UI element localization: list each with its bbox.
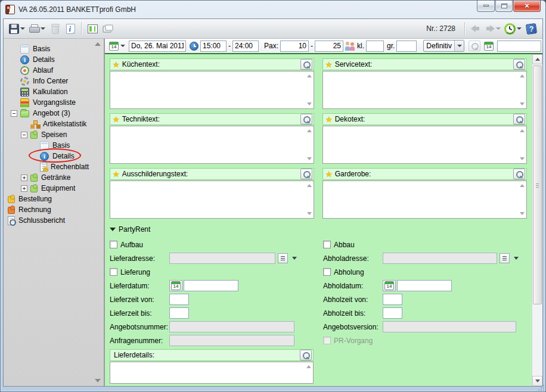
search-button[interactable] [469,41,480,51]
time-from-input[interactable] [200,41,227,52]
lieferadresse-input[interactable] [169,253,275,264]
sidebar-item-getraenke[interactable]: Getränke [4,172,104,183]
address-list-button[interactable] [278,253,288,263]
techniktext-textarea[interactable] [110,126,314,164]
kuechentext-textarea[interactable] [110,71,314,109]
sidebar-item-basis[interactable]: Basis [4,43,104,54]
scroll-down-icon[interactable] [307,102,312,105]
sidebar-item-speisen[interactable]: Speisen [4,129,104,140]
scroll-up-icon[interactable] [520,129,525,132]
scroll-up-icon[interactable] [520,184,525,187]
sidebar-item-artikelstatistik[interactable]: Artikelstatistik [4,119,104,129]
history-button[interactable] [502,21,523,36]
abholzeit-bis-input[interactable] [383,307,402,319]
collapse-icon[interactable] [21,132,27,138]
sidebar-scroll-down-icon[interactable] [95,379,101,382]
status-dropdown-button[interactable] [454,41,464,51]
close-button[interactable]: × [513,1,541,12]
lieferzeit-von-input[interactable] [169,294,189,305]
time-to-input[interactable] [232,41,259,52]
aufbau-checkbox[interactable] [110,241,117,248]
lieferdetails-textarea[interactable] [110,362,314,384]
zoom-text-button[interactable] [513,114,525,125]
address-list-button[interactable] [500,253,510,263]
nav-back-button[interactable] [468,21,483,36]
abbau-checkbox[interactable] [323,241,331,248]
sidebar-item-ablauf[interactable]: Ablauf [4,65,104,76]
ref-calendar-button[interactable]: 14 [482,40,495,52]
sidebar-scroll-up-icon[interactable] [95,42,101,46]
sidebar-item-bestellung[interactable]: Bestellung [4,194,104,204]
ausschilderungstext-textarea[interactable] [110,181,314,219]
abholdatum-input[interactable] [397,280,452,291]
status-select[interactable]: Definitiv [423,40,464,52]
zoom-text-button[interactable] [513,169,525,179]
minimize-button[interactable] [477,1,495,12]
info-button[interactable] [63,21,78,36]
pax-from-input[interactable] [280,41,309,52]
print-button[interactable] [27,21,47,36]
zoom-text-button[interactable] [300,350,312,360]
zoom-text-button[interactable] [300,114,312,125]
kl-input[interactable] [366,41,384,52]
gr-input[interactable] [396,41,417,52]
nav-forward-button[interactable] [483,21,502,36]
sidebar-item-schlussbericht[interactable]: Schlussbericht [4,215,104,226]
scrollbar-thumb[interactable] [533,66,542,304]
event-date-input[interactable] [129,41,186,52]
lieferdatum-input[interactable] [184,280,238,291]
ref-input[interactable] [497,41,541,52]
scroll-up-icon[interactable] [307,74,312,77]
scrollbar-up-button[interactable] [532,54,542,64]
zoom-text-button[interactable] [300,59,312,70]
dekotext-textarea[interactable] [322,126,527,164]
messages-button[interactable] [100,21,116,36]
scroll-up-icon[interactable] [520,74,525,77]
abholadresse-input[interactable] [383,253,497,264]
partyrent-header[interactable]: PartyRent [110,223,527,235]
window-resize-grip[interactable] [537,384,544,391]
pax-to-input[interactable] [315,41,343,52]
zoom-text-button[interactable] [300,169,312,179]
lieferung-checkbox[interactable] [110,268,117,276]
chevron-down-icon[interactable] [514,257,519,260]
sidebar-item-vorgangsliste[interactable]: Vorgangsliste [4,97,104,108]
help-button[interactable] [523,21,539,36]
sidebar-item-info-center[interactable]: Info Center [4,76,104,86]
lieferzeit-bis-input[interactable] [169,307,189,319]
content-scrollbar[interactable] [532,54,542,386]
delete-button[interactable] [47,21,63,36]
maximize-button[interactable] [495,1,513,12]
collapse-icon[interactable] [11,110,17,117]
scroll-down-icon[interactable] [520,212,525,215]
sidebar-item-speisen-basis[interactable]: Basis [4,140,104,151]
servicetext-textarea[interactable] [322,71,527,109]
expand-icon[interactable] [21,185,27,192]
zoom-text-button[interactable] [513,59,525,70]
chevron-down-icon[interactable] [292,257,297,260]
scroll-down-icon[interactable] [307,157,312,160]
scroll-up-icon[interactable] [307,129,312,132]
scroll-down-icon[interactable] [307,212,312,215]
planning-board-button[interactable] [85,21,100,36]
sidebar-item-rechenblatt[interactable]: Rechenblatt [4,161,104,172]
abholung-checkbox[interactable] [323,268,331,276]
sidebar-item-speisen-details[interactable]: Details [4,151,104,161]
garderobe-textarea[interactable] [322,181,527,219]
sidebar-item-rechnung[interactable]: Rechnung [4,204,104,215]
sidebar-item-kalkulation[interactable]: Kalkulation [4,86,104,97]
scroll-up-icon[interactable] [307,184,312,187]
lieferdatum-calendar-button[interactable]: 14 [169,280,182,291]
abholdatum-calendar-button[interactable]: 14 [383,280,396,291]
aufbau-label: Aufbau [120,241,143,249]
save-button[interactable] [7,21,27,36]
scroll-down-icon[interactable] [520,157,525,160]
scroll-down-icon[interactable] [520,102,525,105]
sidebar-item-equipment[interactable]: Equipment [4,183,104,194]
sidebar-item-angebot[interactable]: Angebot (3) [4,108,104,119]
abholzeit-von-input[interactable] [383,294,402,305]
sidebar-item-details[interactable]: Details [4,54,104,65]
expand-icon[interactable] [21,175,27,181]
scroll-up-icon[interactable] [306,365,311,368]
calendar-picker-button[interactable]: 14 [107,40,127,52]
